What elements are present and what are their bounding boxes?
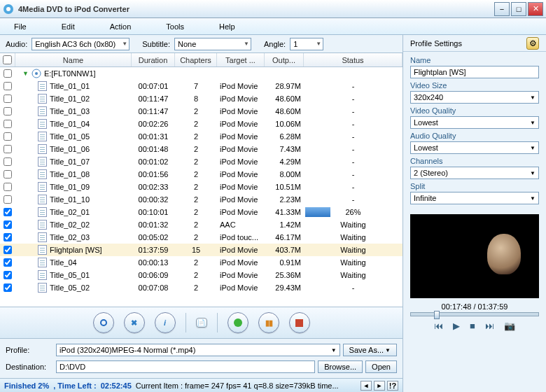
col-output[interactable]: Outp... — [265, 53, 304, 66]
file-icon — [38, 119, 47, 129]
app-title: 4Media DVD to iPod Converter — [18, 5, 493, 13]
col-duration[interactable]: Duration — [132, 53, 175, 66]
status-prev-button[interactable]: ◄ — [360, 381, 372, 391]
file-icon — [38, 270, 47, 280]
status-finished: Finished 2% — [4, 382, 49, 390]
status-bar: Finished 2% , Time Left : 02:52:45 Curre… — [0, 378, 402, 392]
profile-combo[interactable]: iPod (320x240)MPEG-4 Normal (*.mp4)▼ — [56, 344, 340, 356]
prop-name-input[interactable]: Flightplan [WS] — [410, 66, 539, 78]
table-row[interactable]: Title_01_1000:00:322iPod Movie2.23M- — [0, 193, 402, 206]
status-timeleft-label: , Time Left : — [53, 382, 97, 390]
select-all-checkbox[interactable] — [3, 55, 12, 64]
table-row[interactable]: Title_01_0500:01:312iPod Movie6.28M- — [0, 130, 402, 143]
destination-label: Destination: — [6, 363, 53, 371]
table-row[interactable]: Title_01_0600:01:482iPod Movie7.43M- — [0, 143, 402, 155]
file-icon — [38, 232, 47, 242]
subtitle-combo[interactable]: None▼ — [174, 38, 251, 50]
file-icon — [38, 144, 47, 154]
table-row[interactable]: Title_01_0100:07:017iPod Movie28.97M- — [0, 80, 402, 92]
close-button[interactable]: ✕ — [528, 2, 543, 16]
status-help-button[interactable]: !? — [387, 381, 398, 391]
group-row[interactable]: ▼ E:[FLT0NNW1] — [0, 67, 402, 80]
record-button[interactable] — [93, 312, 114, 333]
menu-file[interactable]: File — [14, 22, 27, 31]
preview-snapshot-button[interactable]: 📷 — [504, 321, 515, 331]
profile-label: Profile: — [6, 346, 53, 354]
preview-time: 00:17:48 / 01:37:59 — [410, 302, 539, 311]
table-row[interactable]: Title_0400:00:132iPod Movie0.91MWaiting — [0, 256, 402, 269]
settings-gear-icon[interactable]: ⚙ — [526, 37, 539, 50]
menu-bar: File Edit Action Tools Help — [0, 18, 546, 35]
table-header: Name Duration Chapters Target ... Outp..… — [0, 53, 402, 67]
audio-combo[interactable]: English AC3 6ch (0x80)▼ — [31, 38, 130, 50]
app-icon — [3, 4, 14, 15]
preview-stop-button[interactable]: ■ — [470, 321, 475, 331]
menu-edit[interactable]: Edit — [62, 22, 75, 31]
menu-tools[interactable]: Tools — [166, 22, 184, 31]
file-icon — [38, 207, 47, 217]
file-icon — [38, 245, 47, 255]
preview-play-button[interactable]: ▶ — [453, 321, 460, 331]
video-preview[interactable] — [410, 214, 539, 298]
col-target[interactable]: Target ... — [217, 53, 265, 66]
title-bar: 4Media DVD to iPod Converter − □ ✕ — [0, 0, 546, 18]
add-file-button[interactable]: 📄 — [196, 318, 207, 328]
status-current-item: Current Item : frame= 247 fps= 41 q=8.8 … — [136, 382, 339, 390]
delete-button[interactable]: ✖ — [124, 312, 145, 333]
info-button[interactable]: i — [155, 312, 176, 333]
prop-split-combo[interactable]: Infinite▼ — [410, 192, 539, 204]
subtitle-label: Subtitle: — [142, 40, 170, 48]
file-icon — [38, 258, 47, 267]
prop-channels-combo[interactable]: 2 (Stereo)▼ — [410, 167, 539, 179]
maximize-button[interactable]: □ — [511, 2, 526, 16]
prop-video size-combo[interactable]: 320x240▼ — [410, 91, 539, 104]
svg-point-3 — [35, 72, 38, 75]
table-row[interactable]: Title_05_0100:06:092iPod Movie25.36MWait… — [0, 269, 402, 281]
preview-frame — [487, 234, 521, 274]
menu-help[interactable]: Help — [219, 22, 235, 31]
profile-settings-panel: NameFlightplan [WS]Video Size320x240▼Vid… — [403, 52, 546, 211]
status-next-button[interactable]: ► — [374, 381, 385, 391]
preview-seek-slider[interactable] — [410, 312, 539, 316]
browse-button[interactable]: Browse... — [318, 360, 363, 373]
start-button[interactable] — [227, 312, 248, 333]
table-row[interactable]: Title_01_0800:01:562iPod Movie8.00M- — [0, 168, 402, 181]
save-as-button[interactable]: Save As...▼ — [343, 344, 397, 356]
preview-controls: 00:17:48 / 01:37:59 ⏮ ▶ ■ ⏭ 📷 — [403, 301, 546, 335]
table-row[interactable]: Title_01_0200:11:478iPod Movie48.60M- — [0, 92, 402, 105]
angle-combo[interactable]: 1▼ — [290, 38, 323, 50]
props-header: Profile Settings ⚙ — [403, 35, 546, 52]
open-button[interactable]: Open — [365, 360, 397, 373]
table-row[interactable]: Title_01_0400:02:262iPod Movie10.06M- — [0, 118, 402, 130]
angle-label: Angle: — [264, 40, 286, 48]
table-row[interactable]: Title_02_0200:01:322AAC1.42MWaiting — [0, 218, 402, 231]
preview-prev-button[interactable]: ⏮ — [434, 321, 443, 331]
pause-button[interactable]: ▮▮ — [258, 312, 279, 333]
minimize-button[interactable]: − — [494, 2, 510, 16]
destination-input[interactable]: D:\DVD — [56, 360, 315, 373]
audio-label: Audio: — [6, 40, 27, 48]
main-toolbar: ✖ i 📄 ▮▮ — [0, 307, 402, 339]
table-row[interactable]: Title_01_0900:02:332iPod Movie10.51M- — [0, 181, 402, 193]
preview-next-button[interactable]: ⏭ — [485, 321, 494, 331]
file-icon — [38, 169, 47, 179]
col-status[interactable]: Status — [304, 53, 402, 66]
file-icon — [38, 81, 47, 91]
table-row[interactable]: Title_02_0300:05:022iPod touc...46.17MWa… — [0, 231, 402, 244]
file-icon — [38, 220, 47, 230]
table-row[interactable]: Title_01_0700:01:022iPod Movie4.29M- — [0, 155, 402, 168]
slider-thumb[interactable] — [434, 311, 440, 319]
stop-button[interactable] — [289, 312, 310, 333]
table-row[interactable]: Title_02_0100:10:012iPod Movie41.33M26% — [0, 206, 402, 218]
table-row[interactable]: Title_01_0300:11:472iPod Movie48.60M- — [0, 105, 402, 118]
menu-action[interactable]: Action — [110, 22, 132, 31]
col-name[interactable]: Name — [15, 53, 132, 66]
prop-audio quality-combo[interactable]: Lowest▼ — [410, 141, 539, 154]
svg-point-1 — [6, 7, 10, 11]
table-row[interactable]: Title_05_0200:07:082iPod Movie29.43M- — [0, 281, 402, 294]
table-body[interactable]: ▼ E:[FLT0NNW1]Title_01_0100:07:017iPod M… — [0, 67, 402, 307]
col-chapters[interactable]: Chapters — [175, 53, 217, 66]
file-icon — [38, 94, 47, 104]
table-row[interactable]: Flightplan [WS]01:37:5915iPod Movie403.7… — [0, 244, 402, 256]
prop-video quality-combo[interactable]: Lowest▼ — [410, 116, 539, 129]
